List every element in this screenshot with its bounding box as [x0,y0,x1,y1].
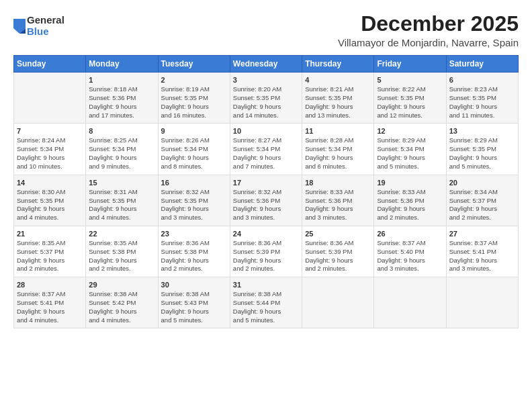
calendar-cell [302,277,374,328]
logo-icon [13,19,26,34]
calendar-cell: 3Sunrise: 8:20 AM Sunset: 5:35 PM Daylig… [230,73,302,124]
day-info: Sunrise: 8:20 AM Sunset: 5:35 PM Dayligh… [233,85,299,120]
day-number: 24 [233,230,299,238]
day-number: 9 [161,127,227,135]
calendar-cell: 7Sunrise: 8:24 AM Sunset: 5:34 PM Daylig… [14,124,86,175]
location: Villamayor de Monjardin, Navarre, Spain [338,37,519,48]
day-number: 15 [89,179,154,187]
calendar-cell: 26Sunrise: 8:37 AM Sunset: 5:40 PM Dayli… [374,226,446,277]
day-info: Sunrise: 8:21 AM Sunset: 5:35 PM Dayligh… [305,85,371,120]
day-number: 18 [305,179,371,187]
calendar-cell: 5Sunrise: 8:22 AM Sunset: 5:35 PM Daylig… [374,73,446,124]
calendar-cell: 18Sunrise: 8:33 AM Sunset: 5:36 PM Dayli… [302,175,374,226]
calendar-cell: 19Sunrise: 8:33 AM Sunset: 5:36 PM Dayli… [374,175,446,226]
calendar-cell: 6Sunrise: 8:23 AM Sunset: 5:35 PM Daylig… [446,73,518,124]
header-saturday: Saturday [446,56,518,73]
day-info: Sunrise: 8:38 AM Sunset: 5:42 PM Dayligh… [89,290,154,324]
day-number: 29 [89,281,154,289]
calendar-cell: 10Sunrise: 8:27 AM Sunset: 5:34 PM Dayli… [230,124,302,175]
header-friday: Friday [374,56,446,73]
header-wednesday: Wednesday [230,56,302,73]
day-info: Sunrise: 8:38 AM Sunset: 5:43 PM Dayligh… [161,290,227,324]
calendar-week-3: 21Sunrise: 8:35 AM Sunset: 5:37 PM Dayli… [14,226,519,277]
calendar-cell: 15Sunrise: 8:31 AM Sunset: 5:35 PM Dayli… [86,175,158,226]
calendar-cell: 31Sunrise: 8:38 AM Sunset: 5:44 PM Dayli… [230,277,302,328]
calendar-cell: 9Sunrise: 8:26 AM Sunset: 5:34 PM Daylig… [158,124,230,175]
calendar-week-0: 1Sunrise: 8:18 AM Sunset: 5:36 PM Daylig… [14,73,519,124]
day-info: Sunrise: 8:32 AM Sunset: 5:36 PM Dayligh… [233,188,299,222]
calendar-table: SundayMondayTuesdayWednesdayThursdayFrid… [13,55,519,328]
calendar-cell [374,277,446,328]
day-info: Sunrise: 8:19 AM Sunset: 5:35 PM Dayligh… [161,85,227,120]
title-area: December 2025 Villamayor de Monjardin, N… [338,12,519,48]
calendar-cell: 25Sunrise: 8:36 AM Sunset: 5:39 PM Dayli… [302,226,374,277]
day-info: Sunrise: 8:35 AM Sunset: 5:38 PM Dayligh… [89,239,154,273]
header-thursday: Thursday [302,56,374,73]
page-container: General Blue December 2025 Villamayor de… [0,0,532,335]
calendar-cell: 29Sunrise: 8:38 AM Sunset: 5:42 PM Dayli… [86,277,158,328]
logo-general-text: General [27,15,64,26]
day-info: Sunrise: 8:32 AM Sunset: 5:35 PM Dayligh… [161,188,227,222]
header-row: SundayMondayTuesdayWednesdayThursdayFrid… [14,56,519,73]
day-info: Sunrise: 8:34 AM Sunset: 5:37 PM Dayligh… [449,188,515,222]
day-info: Sunrise: 8:31 AM Sunset: 5:35 PM Dayligh… [89,188,154,222]
header-sunday: Sunday [14,56,86,73]
day-number: 26 [377,230,443,238]
day-info: Sunrise: 8:37 AM Sunset: 5:41 PM Dayligh… [449,239,515,273]
calendar-cell: 11Sunrise: 8:28 AM Sunset: 5:34 PM Dayli… [302,124,374,175]
calendar-cell [446,277,518,328]
calendar-week-1: 7Sunrise: 8:24 AM Sunset: 5:34 PM Daylig… [14,124,519,175]
calendar-cell: 4Sunrise: 8:21 AM Sunset: 5:35 PM Daylig… [302,73,374,124]
day-info: Sunrise: 8:37 AM Sunset: 5:41 PM Dayligh… [17,290,83,324]
day-info: Sunrise: 8:25 AM Sunset: 5:34 PM Dayligh… [89,136,154,171]
day-number: 8 [89,127,154,135]
day-info: Sunrise: 8:23 AM Sunset: 5:35 PM Dayligh… [449,85,515,120]
calendar-cell: 22Sunrise: 8:35 AM Sunset: 5:38 PM Dayli… [86,226,158,277]
calendar-cell: 23Sunrise: 8:36 AM Sunset: 5:38 PM Dayli… [158,226,230,277]
day-number: 11 [305,127,371,135]
day-number: 16 [161,179,227,187]
day-info: Sunrise: 8:35 AM Sunset: 5:37 PM Dayligh… [17,239,83,273]
calendar-cell: 27Sunrise: 8:37 AM Sunset: 5:41 PM Dayli… [446,226,518,277]
day-number: 27 [449,230,515,238]
calendar-cell: 30Sunrise: 8:38 AM Sunset: 5:43 PM Dayli… [158,277,230,328]
day-number: 28 [17,281,83,289]
month-title: December 2025 [338,12,519,36]
logo: General Blue [13,15,64,37]
header-tuesday: Tuesday [158,56,230,73]
day-number: 4 [305,76,371,84]
day-number: 1 [89,76,154,84]
day-info: Sunrise: 8:30 AM Sunset: 5:35 PM Dayligh… [17,188,83,222]
day-info: Sunrise: 8:36 AM Sunset: 5:38 PM Dayligh… [161,239,227,273]
day-number: 25 [305,230,371,238]
calendar-cell: 2Sunrise: 8:19 AM Sunset: 5:35 PM Daylig… [158,73,230,124]
day-number: 6 [449,76,515,84]
day-info: Sunrise: 8:29 AM Sunset: 5:35 PM Dayligh… [449,136,515,171]
calendar-body: 1Sunrise: 8:18 AM Sunset: 5:36 PM Daylig… [14,73,519,328]
calendar-cell: 17Sunrise: 8:32 AM Sunset: 5:36 PM Dayli… [230,175,302,226]
day-number: 20 [449,179,515,187]
calendar-cell: 16Sunrise: 8:32 AM Sunset: 5:35 PM Dayli… [158,175,230,226]
day-info: Sunrise: 8:28 AM Sunset: 5:34 PM Dayligh… [305,136,371,171]
day-info: Sunrise: 8:37 AM Sunset: 5:40 PM Dayligh… [377,239,443,273]
header: General Blue December 2025 Villamayor de… [13,12,519,48]
day-number: 13 [449,127,515,135]
calendar-cell: 14Sunrise: 8:30 AM Sunset: 5:35 PM Dayli… [14,175,86,226]
day-info: Sunrise: 8:36 AM Sunset: 5:39 PM Dayligh… [305,239,371,273]
header-monday: Monday [86,56,158,73]
day-info: Sunrise: 8:22 AM Sunset: 5:35 PM Dayligh… [377,85,443,120]
day-info: Sunrise: 8:18 AM Sunset: 5:36 PM Dayligh… [89,85,154,120]
calendar-cell: 24Sunrise: 8:36 AM Sunset: 5:39 PM Dayli… [230,226,302,277]
day-number: 30 [161,281,227,289]
day-number: 23 [161,230,227,238]
calendar-cell: 21Sunrise: 8:35 AM Sunset: 5:37 PM Dayli… [14,226,86,277]
logo-blue-text: Blue [27,26,64,38]
calendar-cell [14,73,86,124]
calendar-header: SundayMondayTuesdayWednesdayThursdayFrid… [14,56,519,73]
day-number: 22 [89,230,154,238]
calendar-cell: 28Sunrise: 8:37 AM Sunset: 5:41 PM Dayli… [14,277,86,328]
calendar-cell: 13Sunrise: 8:29 AM Sunset: 5:35 PM Dayli… [446,124,518,175]
calendar-cell: 1Sunrise: 8:18 AM Sunset: 5:36 PM Daylig… [86,73,158,124]
calendar-cell: 20Sunrise: 8:34 AM Sunset: 5:37 PM Dayli… [446,175,518,226]
day-info: Sunrise: 8:36 AM Sunset: 5:39 PM Dayligh… [233,239,299,273]
